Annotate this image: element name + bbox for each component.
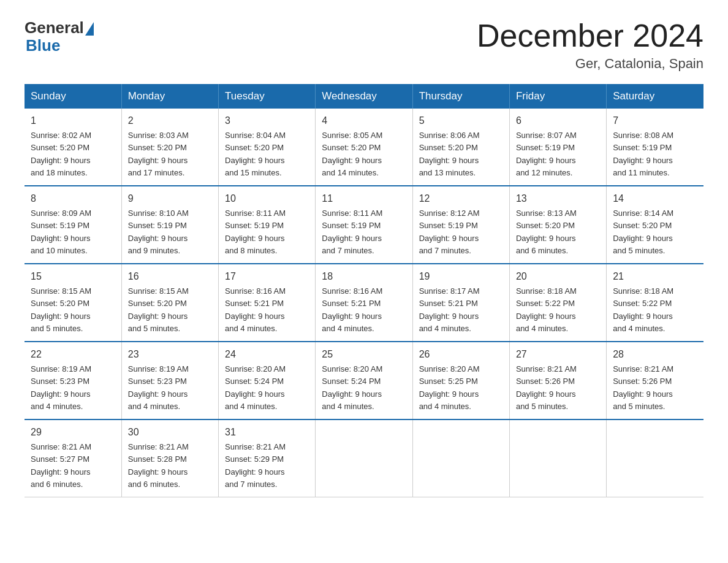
day-info: Sunrise: 8:20 AMSunset: 5:24 PMDaylight:… (322, 364, 382, 411)
calendar-title: December 2024 (477, 18, 703, 53)
day-info: Sunrise: 8:09 AMSunset: 5:19 PMDaylight:… (31, 209, 91, 255)
day-number: 22 (31, 347, 115, 362)
header-row: SundayMondayTuesdayWednesdayThursdayFrid… (25, 84, 703, 109)
day-info: Sunrise: 8:11 AMSunset: 5:19 PMDaylight:… (322, 209, 382, 255)
day-number: 18 (322, 269, 406, 284)
calendar-table: SundayMondayTuesdayWednesdayThursdayFrid… (25, 84, 703, 497)
day-cell: 26Sunrise: 8:20 AMSunset: 5:25 PMDayligh… (412, 342, 509, 419)
day-info: Sunrise: 8:07 AMSunset: 5:19 PMDaylight:… (516, 131, 577, 177)
logo-blue-text: Blue (26, 36, 60, 55)
day-cell: 6Sunrise: 8:07 AMSunset: 5:19 PMDaylight… (509, 109, 606, 186)
day-info: Sunrise: 8:18 AMSunset: 5:22 PMDaylight:… (613, 286, 673, 333)
week-row-3: 15Sunrise: 8:15 AMSunset: 5:20 PMDayligh… (25, 264, 703, 342)
day-info: Sunrise: 8:16 AMSunset: 5:21 PMDaylight:… (322, 286, 382, 333)
day-cell: 10Sunrise: 8:11 AMSunset: 5:19 PMDayligh… (219, 186, 316, 264)
header-cell-tuesday: Tuesday (219, 84, 316, 109)
day-cell: 29Sunrise: 8:21 AMSunset: 5:27 PMDayligh… (25, 419, 121, 497)
day-cell: 18Sunrise: 8:16 AMSunset: 5:21 PMDayligh… (316, 264, 412, 342)
day-number: 17 (225, 269, 309, 284)
day-info: Sunrise: 8:03 AMSunset: 5:20 PMDaylight:… (128, 131, 189, 177)
day-cell: 15Sunrise: 8:15 AMSunset: 5:20 PMDayligh… (25, 264, 121, 342)
day-info: Sunrise: 8:16 AMSunset: 5:21 PMDaylight:… (225, 286, 286, 333)
day-number: 23 (128, 347, 212, 362)
day-cell: 25Sunrise: 8:20 AMSunset: 5:24 PMDayligh… (316, 342, 412, 419)
day-cell: 17Sunrise: 8:16 AMSunset: 5:21 PMDayligh… (219, 264, 316, 342)
day-number: 7 (613, 113, 697, 128)
header-cell-monday: Monday (121, 84, 218, 109)
day-cell: 22Sunrise: 8:19 AMSunset: 5:23 PMDayligh… (25, 342, 121, 419)
week-row-4: 22Sunrise: 8:19 AMSunset: 5:23 PMDayligh… (25, 342, 703, 419)
logo: General Blue (25, 18, 94, 55)
header-cell-friday: Friday (509, 84, 606, 109)
day-number: 3 (225, 113, 309, 128)
day-cell: 28Sunrise: 8:21 AMSunset: 5:26 PMDayligh… (607, 342, 703, 419)
day-number: 26 (419, 347, 503, 362)
day-number: 1 (31, 113, 115, 128)
day-number: 10 (225, 191, 309, 206)
day-cell: 27Sunrise: 8:21 AMSunset: 5:26 PMDayligh… (509, 342, 606, 419)
day-number: 19 (419, 269, 503, 284)
day-info: Sunrise: 8:10 AMSunset: 5:19 PMDaylight:… (128, 209, 189, 255)
day-cell: 4Sunrise: 8:05 AMSunset: 5:20 PMDaylight… (316, 109, 412, 186)
day-info: Sunrise: 8:21 AMSunset: 5:27 PMDaylight:… (31, 442, 91, 489)
day-cell: 13Sunrise: 8:13 AMSunset: 5:20 PMDayligh… (509, 186, 606, 264)
day-number: 4 (322, 113, 406, 128)
day-info: Sunrise: 8:21 AMSunset: 5:28 PMDaylight:… (128, 442, 189, 489)
day-info: Sunrise: 8:13 AMSunset: 5:20 PMDaylight:… (516, 209, 577, 255)
day-cell: 3Sunrise: 8:04 AMSunset: 5:20 PMDaylight… (219, 109, 316, 186)
day-number: 6 (516, 113, 600, 128)
logo-triangle-icon (85, 22, 94, 36)
day-number: 21 (613, 269, 697, 284)
header-cell-wednesday: Wednesday (316, 84, 412, 109)
day-number: 15 (31, 269, 115, 284)
day-info: Sunrise: 8:08 AMSunset: 5:19 PMDaylight:… (613, 131, 673, 177)
day-info: Sunrise: 8:14 AMSunset: 5:20 PMDaylight:… (613, 209, 673, 255)
day-cell: 24Sunrise: 8:20 AMSunset: 5:24 PMDayligh… (219, 342, 316, 419)
day-cell: 20Sunrise: 8:18 AMSunset: 5:22 PMDayligh… (509, 264, 606, 342)
logo-general-text: General (25, 18, 84, 37)
day-cell (509, 419, 606, 497)
day-cell: 31Sunrise: 8:21 AMSunset: 5:29 PMDayligh… (219, 419, 316, 497)
day-info: Sunrise: 8:19 AMSunset: 5:23 PMDaylight:… (128, 364, 189, 411)
week-row-2: 8Sunrise: 8:09 AMSunset: 5:19 PMDaylight… (25, 186, 703, 264)
day-cell: 23Sunrise: 8:19 AMSunset: 5:23 PMDayligh… (121, 342, 218, 419)
day-info: Sunrise: 8:21 AMSunset: 5:26 PMDaylight:… (516, 364, 577, 411)
day-cell: 16Sunrise: 8:15 AMSunset: 5:20 PMDayligh… (121, 264, 218, 342)
day-number: 11 (322, 191, 406, 206)
title-block: December 2024 Ger, Catalonia, Spain (477, 18, 703, 72)
day-number: 2 (128, 113, 212, 128)
day-info: Sunrise: 8:11 AMSunset: 5:19 PMDaylight:… (225, 209, 286, 255)
day-cell: 21Sunrise: 8:18 AMSunset: 5:22 PMDayligh… (607, 264, 703, 342)
day-info: Sunrise: 8:15 AMSunset: 5:20 PMDaylight:… (31, 286, 91, 333)
day-info: Sunrise: 8:20 AMSunset: 5:24 PMDaylight:… (225, 364, 286, 411)
day-number: 28 (613, 347, 697, 362)
day-number: 30 (128, 425, 212, 440)
day-number: 12 (419, 191, 503, 206)
day-number: 5 (419, 113, 503, 128)
day-cell: 30Sunrise: 8:21 AMSunset: 5:28 PMDayligh… (121, 419, 218, 497)
day-number: 9 (128, 191, 212, 206)
day-info: Sunrise: 8:21 AMSunset: 5:29 PMDaylight:… (225, 442, 286, 489)
day-number: 27 (516, 347, 600, 362)
day-cell: 12Sunrise: 8:12 AMSunset: 5:19 PMDayligh… (412, 186, 509, 264)
header-cell-saturday: Saturday (607, 84, 703, 109)
day-number: 29 (31, 425, 115, 440)
day-number: 14 (613, 191, 697, 206)
day-cell: 19Sunrise: 8:17 AMSunset: 5:21 PMDayligh… (412, 264, 509, 342)
day-cell (607, 419, 703, 497)
day-cell: 14Sunrise: 8:14 AMSunset: 5:20 PMDayligh… (607, 186, 703, 264)
day-cell: 7Sunrise: 8:08 AMSunset: 5:19 PMDaylight… (607, 109, 703, 186)
day-number: 25 (322, 347, 406, 362)
day-info: Sunrise: 8:17 AMSunset: 5:21 PMDaylight:… (419, 286, 480, 333)
day-info: Sunrise: 8:15 AMSunset: 5:20 PMDaylight:… (128, 286, 189, 333)
day-info: Sunrise: 8:18 AMSunset: 5:22 PMDaylight:… (516, 286, 577, 333)
day-cell: 1Sunrise: 8:02 AMSunset: 5:20 PMDaylight… (25, 109, 121, 186)
day-cell (316, 419, 412, 497)
day-cell (412, 419, 509, 497)
day-info: Sunrise: 8:04 AMSunset: 5:20 PMDaylight:… (225, 131, 286, 177)
day-number: 8 (31, 191, 115, 206)
day-number: 16 (128, 269, 212, 284)
header-cell-thursday: Thursday (412, 84, 509, 109)
day-cell: 2Sunrise: 8:03 AMSunset: 5:20 PMDaylight… (121, 109, 218, 186)
day-info: Sunrise: 8:12 AMSunset: 5:19 PMDaylight:… (419, 209, 480, 255)
